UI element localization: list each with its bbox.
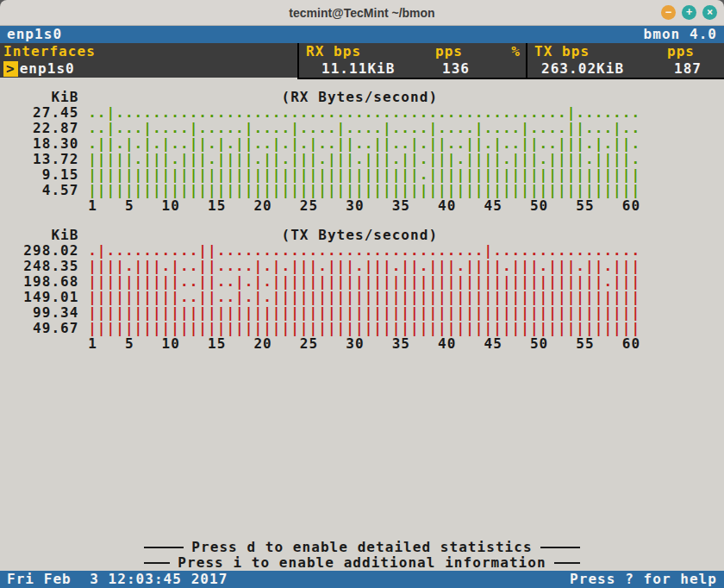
- app-version-label: bmon 4.0: [644, 27, 717, 42]
- maximize-icon: +: [686, 6, 692, 18]
- interface-table-header: Interfaces RX bps pps % TX bps pps: [0, 43, 724, 60]
- selection-cursor: >: [3, 61, 18, 77]
- maximize-button[interactable]: +: [682, 5, 696, 20]
- hint-additional-text: Press i to enable additional information: [178, 555, 546, 571]
- window-titlebar[interactable]: tecmint@TecMint ~/bmon − + ×: [0, 0, 724, 26]
- column-header-tx-pps: pps: [667, 44, 724, 59]
- column-header-tx-bps: TX bps: [527, 44, 667, 59]
- rx-values-group: 11.11KiB 136: [297, 60, 526, 78]
- graphs-area: KiB (RX Bytes/second) 27.45 ..|.........…: [0, 79, 724, 352]
- column-header-rx-bps: RX bps: [299, 44, 435, 59]
- divider-line: [144, 547, 184, 548]
- status-datetime: Fri Feb 3 12:03:45 2017: [7, 572, 228, 587]
- hint-additional-information: Press i to enable additional information: [0, 555, 724, 571]
- interface-cell: > enp1s0: [0, 60, 297, 78]
- rx-bytes-graph: KiB (RX Bytes/second) 27.45 ..|.........…: [5, 90, 724, 214]
- rx-header-group: RX bps pps %: [297, 43, 526, 60]
- divider-line: [554, 562, 580, 564]
- interface-row-enp1s0: > enp1s0 11.11KiB 136 263.02KiB 187: [0, 60, 724, 78]
- rx-bps-value: 11.11KiB: [299, 61, 435, 77]
- terminal-window: tecmint@TecMint ~/bmon − + × enp1s0 bmon…: [0, 0, 724, 588]
- tx-bps-value: 263.02KiB: [527, 61, 667, 77]
- close-icon: ×: [707, 6, 713, 18]
- bmon-terminal: enp1s0 bmon 4.0 Interfaces RX bps pps % …: [0, 26, 724, 588]
- minimize-icon: −: [665, 6, 671, 18]
- column-header-interfaces: Interfaces: [0, 43, 297, 60]
- divider-line: [540, 547, 580, 548]
- statusbar: Fri Feb 3 12:03:45 2017 Press ? for help: [0, 571, 724, 588]
- close-button[interactable]: ×: [702, 5, 717, 20]
- window-controls: − + ×: [661, 5, 717, 20]
- tx-values-group: 263.02KiB 187: [526, 60, 724, 78]
- minimize-button[interactable]: −: [661, 5, 676, 20]
- window-title: tecmint@TecMint ~/bmon: [289, 6, 434, 20]
- hint-detailed-statistics: Press d to enable detailed statistics: [0, 540, 724, 555]
- column-header-percent: %: [488, 44, 526, 59]
- interface-name: enp1s0: [18, 61, 75, 77]
- active-interface-label: enp1s0: [7, 27, 62, 42]
- tx-header-group: TX bps pps: [526, 43, 724, 60]
- empty-terminal-area: [0, 352, 724, 540]
- tx-bytes-graph: KiB (TX Bytes/second) 298.02 .|.........…: [5, 228, 724, 352]
- bmon-topbar: enp1s0 bmon 4.0: [0, 26, 724, 43]
- column-header-rx-pps: pps: [435, 44, 488, 59]
- rx-pps-value: 136: [435, 61, 488, 77]
- tx-pps-value: 187: [667, 61, 724, 77]
- status-help-hint: Press ? for help: [570, 572, 717, 587]
- divider-line: [144, 562, 170, 564]
- hint-detailed-text: Press d to enable detailed statistics: [191, 540, 532, 555]
